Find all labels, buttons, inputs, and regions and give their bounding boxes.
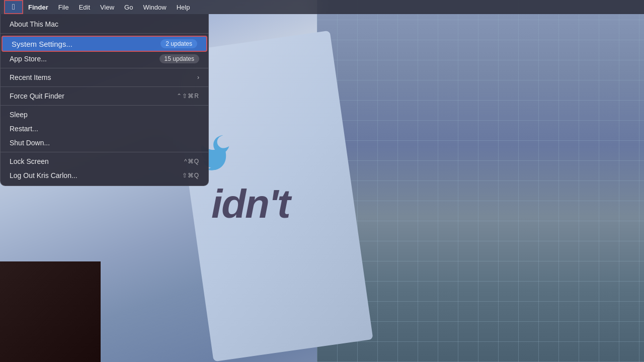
menubar-window[interactable]: Window [138,0,171,14]
apple-menu-button[interactable]:  [4,0,23,14]
apple-menu-dropdown: About This Mac System Settings... 2 upda… [0,14,209,186]
menu-item-log-out[interactable]: Log Out Kris Carlon... ⇧⌘Q [1,168,208,183]
system-settings-badge: 2 updates [160,39,197,48]
menubar-go[interactable]: Go [119,0,138,14]
building-left [0,261,101,362]
menu-separator-3 [1,86,208,87]
about-this-mac-label: About This Mac [10,20,58,28]
app-store-right: 15 updates [159,54,199,63]
menu-separator-5 [1,152,208,152]
menu-separator-2 [1,68,208,68]
menubar-finder[interactable]: Finder [23,0,53,14]
lock-screen-label: Lock Screen [10,157,49,165]
log-out-label: Log Out Kris Carlon... [10,171,77,179]
app-store-badge: 15 updates [159,54,199,63]
shut-down-label: Shut Down... [10,139,50,147]
recent-items-label: Recent Items [10,73,51,81]
system-settings-label: System Settings... [12,40,72,48]
force-quit-label: Force Quit Finder [10,92,64,100]
app-store-label: App Store... [10,55,47,63]
restart-label: Restart... [10,125,38,133]
lock-screen-shortcut: ^⌘Q [184,158,199,165]
system-settings-right: 2 updates [160,39,197,48]
menubar-file[interactable]: File [53,0,74,14]
menubar-help[interactable]: Help [172,0,195,14]
sleep-label: Sleep [10,111,28,119]
menu-item-lock-screen[interactable]: Lock Screen ^⌘Q [1,154,208,168]
menu-item-system-settings[interactable]: System Settings... 2 updates [2,36,207,52]
menu-item-recent-items[interactable]: Recent Items › [1,70,208,84]
menu-separator-4 [1,105,208,106]
menu-item-force-quit[interactable]: Force Quit Finder ⌃⇧⌘R [1,89,208,103]
menu-separator-1 [1,33,208,34]
menu-item-shut-down[interactable]: Shut Down... [1,136,208,150]
menubar-view[interactable]: View [95,0,119,14]
menu-item-app-store[interactable]: App Store... 15 updates [1,52,208,66]
menu-item-about-this-mac[interactable]: About This Mac [1,17,208,31]
apple-logo-icon:  [12,3,15,12]
menu-item-sleep[interactable]: Sleep [1,108,208,122]
chevron-right-icon: › [197,74,199,81]
menubar-items: Finder File Edit View Go Window Help [23,0,195,14]
desktop-text: idn't [211,181,290,227]
menubar:  Finder File Edit View Go Window Help [0,0,644,14]
menu-item-restart[interactable]: Restart... [1,122,208,136]
log-out-shortcut: ⇧⌘Q [182,172,199,179]
force-quit-shortcut: ⌃⇧⌘R [177,93,199,100]
menubar-edit[interactable]: Edit [74,0,95,14]
